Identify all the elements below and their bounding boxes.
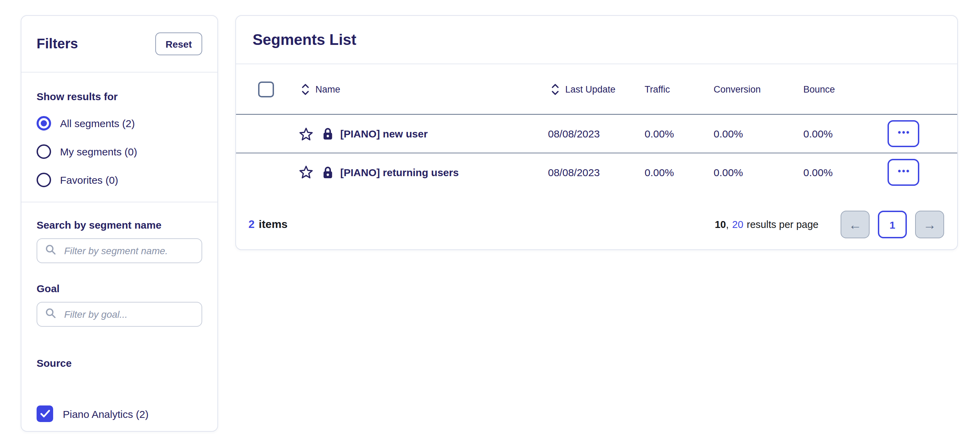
segment-name-cell: [PIANO] new user [295,127,545,140]
table-row: [PIANO] new user 08/08/2023 0.00% 0.00% … [236,115,957,153]
page-title: Segments List [253,31,356,49]
per-page-suffix: results per page [747,219,819,230]
goal-search-input[interactable] [63,308,194,320]
column-label-last-update: Last Update [565,84,616,94]
traffic-cell: 0.00% [642,166,711,178]
radio-my-segments[interactable]: My segments (0) [37,143,202,159]
source-piano-analytics-checkbox-row[interactable]: Piano Analytics (2) [37,405,202,422]
conversion-cell: 0.00% [711,166,800,178]
source-piano-analytics-label: Piano Analytics (2) [63,408,148,419]
segment-name-link[interactable]: [PIANO] new user [340,128,428,140]
items-count: 2items [248,218,288,231]
traffic-cell: 0.00% [642,128,711,140]
page-1-button[interactable]: 1 [878,211,907,238]
filters-title: Filters [37,36,78,52]
segment-name-search-input[interactable] [63,244,194,257]
radio-my-segments-label: My segments (0) [60,145,137,157]
sort-icon [551,83,559,95]
favorite-star-icon[interactable] [299,165,313,179]
search-icon [45,307,57,322]
segment-name-cell: [PIANO] returning users [295,165,545,179]
conversion-cell: 0.00% [711,128,800,140]
radio-selected-icon [37,116,51,130]
bounce-cell: 0.00% [800,128,880,140]
column-header-traffic: Traffic [642,84,711,94]
radio-all-segments[interactable]: All segments (2) [37,115,202,131]
show-results-heading: Show results for [37,91,202,102]
filters-header: Filters Reset [21,16,217,73]
search-heading: Search by segment name [37,219,202,231]
radio-unselected-icon [37,144,51,158]
column-header-bounce: Bounce [800,84,880,94]
radio-favorites-label: Favorites (0) [60,174,118,185]
source-heading: Source [37,357,202,369]
last-update-cell: 08/08/2023 [545,166,642,178]
goal-heading: Goal [37,282,202,294]
last-update-cell: 08/08/2023 [545,128,642,140]
segments-list-header: Segments List [236,16,957,64]
segment-name-search-box [37,238,202,263]
row-actions-menu-button[interactable]: ••• [888,120,919,147]
items-count-label: items [259,218,288,230]
bounce-cell: 0.00% [800,166,880,178]
column-label-name: Name [315,84,340,94]
page: Filters Reset Show results for All segme… [0,0,980,440]
arrow-left-icon: ← [848,218,862,231]
actions-cell: ••• [880,158,957,185]
per-page-20-link[interactable]: 20 [732,219,743,230]
table-row: [PIANO] returning users 08/08/2023 0.00%… [236,153,957,191]
radio-favorites[interactable]: Favorites (0) [37,172,202,187]
filters-body: Show results for All segments (2) My seg… [21,91,217,422]
lock-icon [322,166,333,179]
results-per-page: 10,20results per page [714,219,819,230]
items-count-number: 2 [248,218,255,230]
filters-panel: Filters Reset Show results for All segme… [21,15,218,432]
per-page-separator: , [726,219,729,230]
sort-icon [302,83,309,95]
column-header-last-update[interactable]: Last Update [545,83,642,95]
search-icon [45,244,57,258]
header-checkbox-cell [236,81,295,97]
goal-search-box [37,302,202,327]
lock-icon [322,127,333,140]
pagination-controls: 10,20results per page ← 1 → [714,211,944,238]
checked-checkbox-icon [37,405,53,422]
row-actions-menu-button[interactable]: ••• [888,158,919,185]
section-divider [21,202,217,202]
radio-unselected-icon [37,172,51,187]
column-header-name[interactable]: Name [295,83,545,95]
arrow-right-icon: → [923,218,936,231]
previous-page-button[interactable]: ← [841,211,870,238]
next-page-button[interactable]: → [915,211,944,238]
reset-button[interactable]: Reset [155,32,202,55]
column-header-conversion: Conversion [711,84,800,94]
segments-list-panel: Segments List Name Last Update Traffic C… [235,15,958,250]
table-header-row: Name Last Update Traffic Conversion Boun… [236,64,957,115]
actions-cell: ••• [880,120,957,147]
table-footer: 2items 10,20results per page ← 1 → [236,199,957,249]
per-page-10: 10 [714,219,726,230]
favorite-star-icon[interactable] [299,127,313,140]
select-all-checkbox[interactable] [258,81,274,97]
segment-name-link[interactable]: [PIANO] returning users [340,166,458,178]
radio-all-segments-label: All segments (2) [60,117,135,129]
